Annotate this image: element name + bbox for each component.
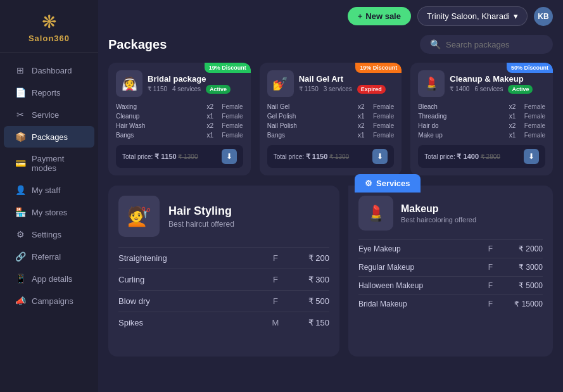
search-bar: 🔍 [420,35,553,54]
package-meta: ₹ 1150 3 services Expired [299,85,386,94]
mk-service-name: Regular Makeup [358,263,483,272]
sidebar-item-my-staff[interactable]: 👤My staff [4,179,94,201]
package-card-1: 19% Discount 💅 Nail Gel Art ₹ 1150 3 ser… [260,63,402,175]
sidebar-item-my-stores[interactable]: 🏪My stores [4,201,94,223]
package-total: Total price: ₹ 1150 ₹ 1300 ⬇ [116,145,243,168]
package-price: ₹ 1150 [299,85,319,92]
package-info: Bridal package ₹ 1150 4 services Active [148,74,231,94]
package-services-list: Bleach x2 Female Threading x1 Female Hai… [418,102,545,140]
package-services-count: 6 services [474,85,503,92]
store-selector[interactable]: Trinity Saloon, Kharadi ▾ [417,6,528,26]
sidebar-item-payment-modes[interactable]: 💳Payment modes [4,148,94,179]
logo-text: Salon360 [28,34,70,43]
package-services-count: 3 services [324,85,352,92]
package-card-2: 50% Discount 💄 Cleanup & Makeup ₹ 1400 6… [410,63,553,175]
mk-price: ₹ 15000 [498,300,543,308]
mk-gender: F [483,244,498,253]
service-row: Bangs x1 Female [116,130,243,140]
makeup-service-row: Eye Makeup F ₹ 2000 [358,239,543,258]
hair-service-row: Curling F ₹ 300 [118,269,329,290]
package-services-count: 4 services [172,85,201,92]
mk-service-name: Eye Makeup [358,244,483,253]
services-tab[interactable]: ⚙ Services [355,174,421,193]
discount-badge: 19% Discount [355,63,402,73]
search-icon: 🔍 [430,39,441,49]
gear-icon: ⚙ [365,179,372,188]
service-row: Nail Polish x2 Female [267,121,395,130]
services-card: 💄 Makeup Best haircoloring offered Eye M… [348,186,553,357]
sidebar-label-my-staff: My staff [32,186,60,195]
discount-badge: 50% Discount [507,63,553,73]
new-sale-button[interactable]: + New sale [348,7,411,25]
hair-styling-header: 💇 Hair Styling Best haircut offered [118,196,329,237]
makeup-info: Makeup Best haircoloring offered [401,203,476,224]
hair-styling-services: Straightening F ₹ 200 Curling F ₹ 300 Bl… [118,247,329,333]
mk-gender: F [483,281,498,290]
sidebar-item-packages[interactable]: 📦Packages [4,126,94,148]
sidebar-item-app-details[interactable]: 📱App details [4,268,94,289]
hair-service-row: Straightening F ₹ 200 [118,247,329,269]
chevron-down-icon: ▾ [514,11,518,21]
package-header: 👰 Bridal package ₹ 1150 4 services Activ… [116,70,243,97]
sidebar-label-referral: Referral [32,252,61,262]
my-staff-icon: 👤 [15,185,25,195]
logo-icon: ❋ [42,11,56,32]
new-sale-plus-icon: + [358,11,363,21]
download-button[interactable]: ⬇ [372,149,388,164]
makeup-service-row: Halloween Makeup F ₹ 5000 [358,276,543,294]
package-meta: ₹ 1150 4 services Active [148,85,231,94]
dashboard-icon: ⊞ [15,65,25,75]
hs-gender: F [266,296,285,306]
sidebar-item-referral[interactable]: 🔗Referral [4,246,94,267]
main-area: + New sale Trinity Saloon, Kharadi ▾ KB … [98,0,563,392]
package-image: 💅 [267,70,294,97]
bottom-section: 💇 Hair Styling Best haircut offered Stra… [108,186,553,357]
services-popup: ⚙ Services 💄 Makeup Best haircoloring of… [348,186,553,357]
sidebar-item-campaigns[interactable]: 📣Campaigns [4,290,94,312]
status-badge: Active [508,85,533,94]
reports-icon: 📄 [15,87,25,98]
mk-service-name: Bridal Makeup [358,300,483,308]
package-total: Total price: ₹ 1400 ₹ 2800 ⬇ [418,145,545,168]
package-price: ₹ 1400 [450,85,469,92]
new-sale-label: New sale [365,11,401,21]
download-button[interactable]: ⬇ [222,149,237,164]
hs-price: ₹ 150 [285,318,329,327]
discount-badge: 19% Discount [205,63,251,73]
topbar: + New sale Trinity Saloon, Kharadi ▾ KB [98,0,563,32]
hair-styling-image: 💇 [118,196,160,237]
sidebar-item-service[interactable]: ✂Service [4,104,94,125]
hs-gender: F [266,275,285,284]
search-input[interactable] [446,40,543,49]
sidebar-nav: ⊞Dashboard📄Reports✂Service📦Packages💳Paym… [0,53,98,392]
sidebar-item-dashboard[interactable]: ⊞Dashboard [4,60,94,81]
sidebar-item-settings[interactable]: ⚙Settings [4,224,94,245]
hair-service-row: Spikes M ₹ 150 [118,312,329,333]
hs-gender: F [266,253,285,263]
hair-styling-card: 💇 Hair Styling Best haircut offered Stra… [108,186,339,357]
service-row: Hair do x2 Female [418,121,545,130]
package-services-list: Nail Gel x2 Female Gel Polish x1 Female … [267,102,395,140]
packages-header: Packages 🔍 [108,35,553,54]
page-content: Packages 🔍 19% Discount 👰 Bridal package… [98,32,563,392]
download-button[interactable]: ⬇ [524,149,539,164]
sidebar-item-reports[interactable]: 📄Reports [4,82,94,103]
services-tab-label: Services [376,179,410,188]
packages-icon: 📦 [15,132,25,142]
service-row: Nail Gel x2 Female [267,102,395,111]
package-image: 💄 [418,70,445,97]
service-row: Gel Polish x1 Female [267,111,395,121]
total-label: Total price: ₹ 1150 ₹ 1300 [274,153,349,161]
user-avatar[interactable]: KB [534,7,553,26]
package-image: 👰 [116,70,142,97]
makeup-services-list: Eye Makeup F ₹ 2000 Regular Makeup F ₹ 3… [358,239,543,313]
logo-area: ❋ Salon360 [0,0,98,53]
makeup-header: 💄 Makeup Best haircoloring offered [358,196,543,231]
makeup-title: Makeup [401,203,476,215]
my-stores-icon: 🏪 [15,207,25,217]
hair-styling-title: Hair Styling [168,205,234,218]
sidebar-label-payment-modes: Payment modes [32,154,83,173]
package-total: Total price: ₹ 1150 ₹ 1300 ⬇ [267,145,395,168]
service-row: Hair Wash x2 Female [116,121,243,130]
hs-service-name: Straightening [118,253,266,263]
